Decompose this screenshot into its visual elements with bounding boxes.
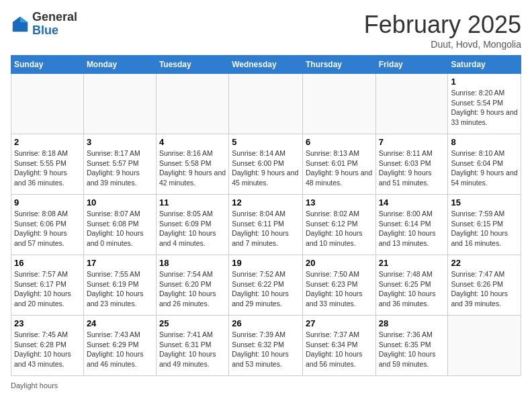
month-title: February 2025: [364, 11, 521, 39]
calendar-cell: 13Sunrise: 8:02 AM Sunset: 6:12 PM Dayli…: [302, 195, 375, 255]
day-number: 24: [87, 318, 153, 328]
day-info: Sunrise: 8:08 AM Sunset: 6:06 PM Dayligh…: [14, 209, 81, 248]
day-info: Sunrise: 7:47 AM Sunset: 6:26 PM Dayligh…: [451, 269, 518, 309]
day-info: Sunrise: 7:41 AM Sunset: 6:31 PM Dayligh…: [159, 330, 226, 369]
weekday-header-row: SundayMondayTuesdayWednesdayThursdayFrid…: [11, 56, 521, 74]
day-number: 5: [232, 137, 300, 147]
calendar-cell: [83, 74, 156, 134]
day-info: Sunrise: 8:11 AM Sunset: 6:03 PM Dayligh…: [379, 148, 445, 188]
calendar-cell: 7Sunrise: 8:11 AM Sunset: 6:03 PM Daylig…: [375, 134, 448, 195]
day-number: 17: [87, 258, 153, 268]
calendar-cell: 8Sunrise: 8:10 AM Sunset: 6:04 PM Daylig…: [448, 134, 521, 195]
day-info: Sunrise: 7:50 AM Sunset: 6:23 PM Dayligh…: [306, 269, 373, 309]
logo-general-text: General: [32, 11, 77, 24]
day-number: 16: [14, 258, 81, 268]
day-info: Sunrise: 7:36 AM Sunset: 6:35 PM Dayligh…: [379, 330, 445, 369]
weekday-saturday: Saturday: [448, 56, 521, 74]
calendar-cell: [229, 74, 303, 134]
day-number: 22: [451, 258, 518, 268]
day-info: Sunrise: 7:39 AM Sunset: 6:32 PM Dayligh…: [232, 330, 300, 369]
calendar-week-1: 2Sunrise: 8:18 AM Sunset: 5:55 PM Daylig…: [11, 134, 521, 195]
day-number: 28: [379, 318, 445, 328]
svg-marker-1: [20, 17, 28, 22]
day-number: 26: [232, 318, 300, 328]
day-number: 27: [306, 318, 373, 328]
day-number: 20: [306, 258, 373, 268]
day-number: 6: [306, 137, 373, 147]
day-info: Sunrise: 7:59 AM Sunset: 6:15 PM Dayligh…: [451, 209, 518, 248]
day-number: 2: [14, 137, 81, 147]
weekday-monday: Monday: [83, 56, 156, 74]
day-number: 12: [232, 197, 300, 208]
day-info: Sunrise: 8:04 AM Sunset: 6:11 PM Dayligh…: [232, 209, 300, 248]
day-number: 8: [451, 137, 518, 147]
calendar-cell: 26Sunrise: 7:39 AM Sunset: 6:32 PM Dayli…: [229, 316, 303, 376]
calendar-cell: 1Sunrise: 8:20 AM Sunset: 5:54 PM Daylig…: [448, 74, 521, 134]
calendar-cell: 6Sunrise: 8:13 AM Sunset: 6:01 PM Daylig…: [302, 134, 375, 195]
calendar-cell: 12Sunrise: 8:04 AM Sunset: 6:11 PM Dayli…: [229, 195, 303, 255]
daylight-label: Daylight hours: [11, 381, 58, 390]
day-info: Sunrise: 7:52 AM Sunset: 6:22 PM Dayligh…: [232, 269, 300, 309]
day-info: Sunrise: 7:45 AM Sunset: 6:28 PM Dayligh…: [14, 330, 81, 369]
day-info: Sunrise: 8:13 AM Sunset: 6:01 PM Dayligh…: [306, 148, 373, 188]
calendar-cell: 27Sunrise: 7:37 AM Sunset: 6:34 PM Dayli…: [302, 316, 375, 376]
calendar-cell: 3Sunrise: 8:17 AM Sunset: 5:57 PM Daylig…: [83, 134, 156, 195]
calendar-cell: [448, 316, 521, 376]
weekday-tuesday: Tuesday: [156, 56, 228, 74]
day-number: 7: [379, 137, 445, 147]
day-info: Sunrise: 8:05 AM Sunset: 6:09 PM Dayligh…: [159, 209, 226, 248]
day-number: 10: [87, 197, 153, 208]
calendar-cell: 11Sunrise: 8:05 AM Sunset: 6:09 PM Dayli…: [156, 195, 228, 255]
logo-blue-text: Blue: [32, 24, 77, 38]
calendar-cell: 2Sunrise: 8:18 AM Sunset: 5:55 PM Daylig…: [11, 134, 84, 195]
calendar-cell: 24Sunrise: 7:43 AM Sunset: 6:29 PM Dayli…: [83, 316, 156, 376]
day-number: 18: [159, 258, 226, 268]
calendar-cell: 5Sunrise: 8:14 AM Sunset: 6:00 PM Daylig…: [229, 134, 303, 195]
calendar-cell: 14Sunrise: 8:00 AM Sunset: 6:14 PM Dayli…: [375, 195, 448, 255]
day-info: Sunrise: 7:54 AM Sunset: 6:20 PM Dayligh…: [159, 269, 226, 309]
calendar-week-0: 1Sunrise: 8:20 AM Sunset: 5:54 PM Daylig…: [11, 74, 521, 134]
calendar-cell: 23Sunrise: 7:45 AM Sunset: 6:28 PM Dayli…: [11, 316, 84, 376]
weekday-wednesday: Wednesday: [229, 56, 303, 74]
day-info: Sunrise: 7:43 AM Sunset: 6:29 PM Dayligh…: [87, 330, 153, 369]
calendar-cell: 17Sunrise: 7:55 AM Sunset: 6:19 PM Dayli…: [83, 255, 156, 316]
calendar-cell: 16Sunrise: 7:57 AM Sunset: 6:17 PM Dayli…: [11, 255, 84, 316]
calendar-cell: 15Sunrise: 7:59 AM Sunset: 6:15 PM Dayli…: [448, 195, 521, 255]
day-number: 19: [232, 258, 300, 268]
calendar-cell: 4Sunrise: 8:16 AM Sunset: 5:58 PM Daylig…: [156, 134, 228, 195]
day-info: Sunrise: 7:55 AM Sunset: 6:19 PM Dayligh…: [87, 269, 153, 309]
weekday-friday: Friday: [375, 56, 448, 74]
location-subtitle: Duut, Hovd, Mongolia: [364, 39, 521, 50]
calendar-cell: [156, 74, 228, 134]
day-info: Sunrise: 8:20 AM Sunset: 5:54 PM Dayligh…: [451, 88, 518, 128]
day-number: 4: [159, 137, 226, 147]
footer-note: Daylight hours: [11, 381, 521, 390]
day-info: Sunrise: 8:14 AM Sunset: 6:00 PM Dayligh…: [232, 148, 300, 188]
day-info: Sunrise: 8:17 AM Sunset: 5:57 PM Dayligh…: [87, 148, 153, 188]
day-number: 3: [87, 137, 153, 147]
day-number: 13: [306, 197, 373, 208]
day-number: 14: [379, 197, 445, 208]
calendar-cell: 22Sunrise: 7:47 AM Sunset: 6:26 PM Dayli…: [448, 255, 521, 316]
calendar-cell: [302, 74, 375, 134]
calendar-cell: 21Sunrise: 7:48 AM Sunset: 6:25 PM Dayli…: [375, 255, 448, 316]
day-number: 9: [14, 197, 81, 208]
day-info: Sunrise: 7:37 AM Sunset: 6:34 PM Dayligh…: [306, 330, 373, 369]
day-info: Sunrise: 8:02 AM Sunset: 6:12 PM Dayligh…: [306, 209, 373, 248]
logo: General Blue: [11, 11, 77, 38]
day-number: 11: [159, 197, 226, 208]
day-number: 23: [14, 318, 81, 328]
day-info: Sunrise: 7:48 AM Sunset: 6:25 PM Dayligh…: [379, 269, 445, 309]
calendar-cell: [11, 74, 84, 134]
calendar-cell: 9Sunrise: 8:08 AM Sunset: 6:06 PM Daylig…: [11, 195, 84, 255]
page-header: General Blue February 2025 Duut, Hovd, M…: [11, 11, 521, 50]
calendar-cell: 20Sunrise: 7:50 AM Sunset: 6:23 PM Dayli…: [302, 255, 375, 316]
day-info: Sunrise: 8:16 AM Sunset: 5:58 PM Dayligh…: [159, 148, 226, 188]
calendar-cell: [375, 74, 448, 134]
calendar-cell: 19Sunrise: 7:52 AM Sunset: 6:22 PM Dayli…: [229, 255, 303, 316]
calendar-cell: 28Sunrise: 7:36 AM Sunset: 6:35 PM Dayli…: [375, 316, 448, 376]
day-number: 1: [451, 77, 518, 87]
day-info: Sunrise: 8:10 AM Sunset: 6:04 PM Dayligh…: [451, 148, 518, 188]
logo-text: General Blue: [32, 11, 77, 38]
day-info: Sunrise: 7:57 AM Sunset: 6:17 PM Dayligh…: [14, 269, 81, 309]
